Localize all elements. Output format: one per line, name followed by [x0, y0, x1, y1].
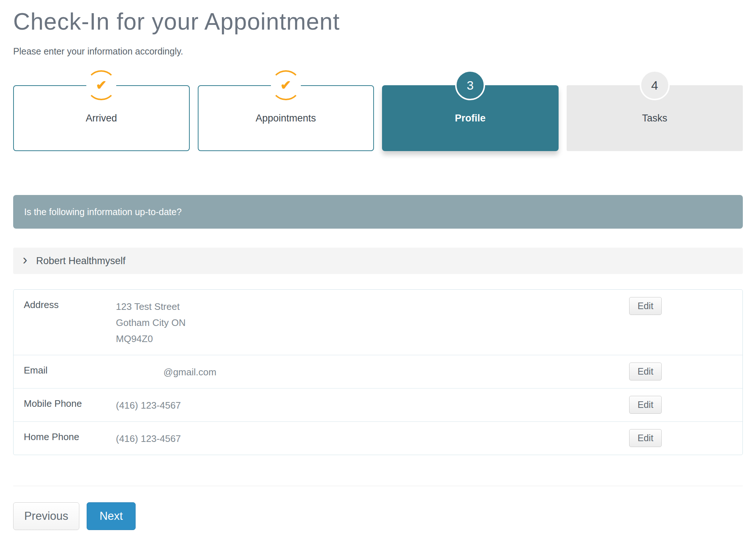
- next-button[interactable]: Next: [87, 502, 136, 530]
- step-tasks-label: Tasks: [642, 113, 667, 124]
- patient-name: Robert Healthmyself: [36, 255, 126, 267]
- mobile-phone-label: Mobile Phone: [14, 396, 116, 409]
- previous-button[interactable]: Previous: [13, 502, 79, 530]
- table-row-address: Address 123 Test Street Gotham City ON M…: [14, 290, 742, 355]
- address-line: Gotham City ON: [116, 315, 629, 331]
- step-appointments: ✔ Appointments: [198, 85, 374, 151]
- step-appointments-label: Appointments: [256, 113, 316, 124]
- banner-question: Is the following information up-to-date?: [24, 207, 182, 217]
- table-row-home-phone: Home Phone (416) 123-4567 Edit: [14, 421, 742, 455]
- profile-table: Address 123 Test Street Gotham City ON M…: [13, 289, 743, 455]
- step-arrived-label: Arrived: [86, 113, 117, 124]
- table-row-mobile-phone: Mobile Phone (416) 123-4567 Edit: [14, 388, 742, 421]
- chevron-right-icon: ›: [23, 253, 27, 267]
- home-phone-label: Home Phone: [14, 429, 116, 443]
- edit-address-button[interactable]: Edit: [629, 297, 662, 315]
- step-profile-label: Profile: [455, 113, 485, 124]
- address-action: Edit: [629, 297, 742, 315]
- page-subtitle: Please enter your information accordingl…: [13, 46, 743, 57]
- home-phone-value: (416) 123-4567: [116, 429, 629, 447]
- check-icon: ✔: [271, 70, 301, 100]
- email-value: @gmail.com: [116, 363, 629, 380]
- footer-buttons: Previous Next: [13, 502, 743, 530]
- step-tasks: 4 Tasks: [567, 85, 743, 151]
- info-uptodate-banner: Is the following information up-to-date?: [13, 195, 743, 229]
- step-profile: 3 Profile: [382, 85, 559, 151]
- mobile-phone-value: (416) 123-4567: [116, 396, 629, 413]
- address-label: Address: [14, 297, 116, 311]
- address-line: 123 Test Street: [116, 299, 629, 315]
- footer-divider: [13, 486, 743, 486]
- email-action: Edit: [629, 363, 742, 380]
- step-number-badge: 4: [640, 70, 670, 100]
- checkin-page: Check-In for your Appointment Please ent…: [0, 0, 756, 530]
- patient-accordion-header[interactable]: › Robert Healthmyself: [13, 248, 743, 274]
- edit-mobile-phone-button[interactable]: Edit: [629, 396, 662, 414]
- page-title: Check-In for your Appointment: [13, 0, 743, 35]
- step-number-badge: 3: [455, 70, 485, 100]
- address-value: 123 Test Street Gotham City ON MQ94Z0: [116, 297, 629, 347]
- home-phone-action: Edit: [629, 429, 742, 447]
- check-icon: ✔: [86, 70, 116, 100]
- edit-home-phone-button[interactable]: Edit: [629, 429, 662, 447]
- table-row-email: Email @gmail.com Edit: [14, 355, 742, 388]
- email-label: Email: [14, 363, 116, 376]
- mobile-phone-action: Edit: [629, 396, 742, 414]
- edit-email-button[interactable]: Edit: [629, 363, 662, 380]
- step-wizard: ✔ Arrived ✔ Appointments 3 Profile 4 Tas…: [13, 85, 743, 151]
- address-line: MQ94Z0: [116, 331, 629, 347]
- step-arrived: ✔ Arrived: [13, 85, 190, 151]
